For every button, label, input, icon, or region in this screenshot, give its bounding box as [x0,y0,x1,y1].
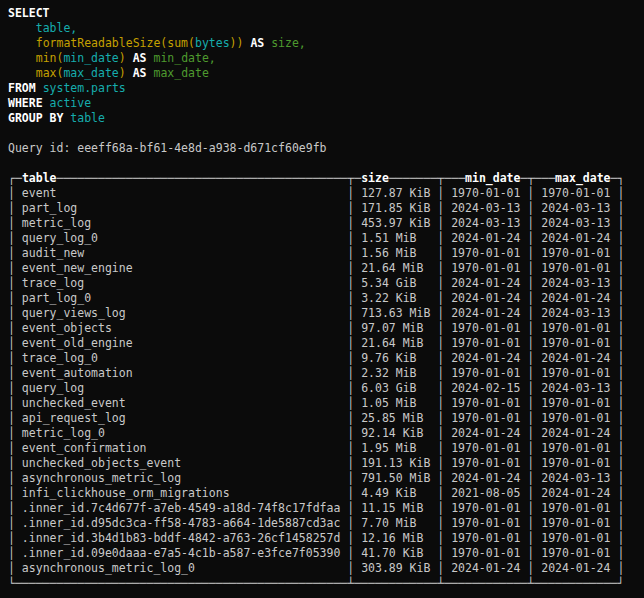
table-row: │ unchecked_event │ 1.05 MiB │ 1970-01-0… [8,396,644,411]
table-row: │ metric_log_0 │ 92.14 KiB │ 2024-01-24 … [8,426,644,441]
sql-line: table, [8,21,644,36]
table-row: │ .inner_id.3b4d1b83-bddf-4842-a763-26cf… [8,531,644,546]
table-row: │ .inner_id.7c4d677f-a7eb-4549-a18d-74f8… [8,501,644,516]
sql-line: SELECT [8,6,644,21]
table-bottom-border: └───────────────────────────────────────… [8,576,644,591]
table-row: │ query_log │ 6.03 GiB │ 2024-02-15 │ 20… [8,381,644,396]
sql-line: formatReadableSize(sum(bytes)) AS size, [8,36,644,51]
table-row: │ .inner_id.09e0daaa-e7a5-4c1b-a587-e3fc… [8,546,644,561]
sql-query: SELECT table, formatReadableSize(sum(byt… [8,6,644,126]
table-row: │ event_old_engine │ 21.64 MiB │ 1970-01… [8,336,644,351]
table-row: │ event_automation │ 2.32 MiB │ 1970-01-… [8,366,644,381]
query-id-line: Query id: eeeff68a-bf61-4e8d-a938-d671cf… [8,141,644,156]
table-row: │ unchecked_objects_event │ 191.13 KiB │… [8,456,644,471]
sql-line: FROM system.parts [8,81,644,96]
table-row: │ asynchronous_metric_log │ 791.50 MiB │… [8,471,644,486]
table-row: │ event_objects │ 97.07 MiB │ 1970-01-01… [8,321,644,336]
terminal-window: { "colors": { "background": "#0b0b0b", "… [0,0,644,598]
query-id-label: Query id: [8,141,77,155]
blank-line [8,156,644,171]
table-row: │ part_log │ 171.85 KiB │ 2024-03-13 │ 2… [8,201,644,216]
table-row: │ infi_clickhouse_orm_migrations │ 4.49 … [8,486,644,501]
table-row: │ event_confirmation │ 1.95 MiB │ 1970-0… [8,441,644,456]
table-row: │ event_new_engine │ 21.64 MiB │ 1970-01… [8,261,644,276]
table-row: │ metric_log │ 453.97 KiB │ 2024-03-13 │… [8,216,644,231]
table-row: │ query_log_0 │ 1.51 MiB │ 2024-01-24 │ … [8,231,644,246]
table-row: │ trace_log_0 │ 9.76 KiB │ 2024-01-24 │ … [8,351,644,366]
sql-line: min(min_date) AS min_date, [8,51,644,66]
table-row: │ asynchronous_metric_log_0 │ 303.89 KiB… [8,561,644,576]
blank-line [8,126,644,141]
table-row: │ .inner_id.d95dc3ca-ff58-4783-a664-1de5… [8,516,644,531]
sql-line: max(max_date) AS max_date [8,66,644,81]
result-table: ┌─table─────────────────────────────────… [8,171,644,591]
table-row: │ audit_new │ 1.56 MiB │ 1970-01-01 │ 19… [8,246,644,261]
sql-line: WHERE active [8,96,644,111]
table-row: │ part_log_0 │ 3.22 KiB │ 2024-01-24 │ 2… [8,291,644,306]
table-row: │ event │ 127.87 KiB │ 1970-01-01 │ 1970… [8,186,644,201]
sql-line: GROUP BY table [8,111,644,126]
table-row: │ query_views_log │ 713.63 MiB │ 2024-01… [8,306,644,321]
table-header-row: ┌─table─────────────────────────────────… [8,171,644,186]
query-id-value: eeeff68a-bf61-4e8d-a938-d671cf60e9fb [77,141,326,155]
table-row: │ trace_log │ 5.34 GiB │ 2024-01-24 │ 20… [8,276,644,291]
table-row: │ api_request_log │ 25.85 MiB │ 1970-01-… [8,411,644,426]
